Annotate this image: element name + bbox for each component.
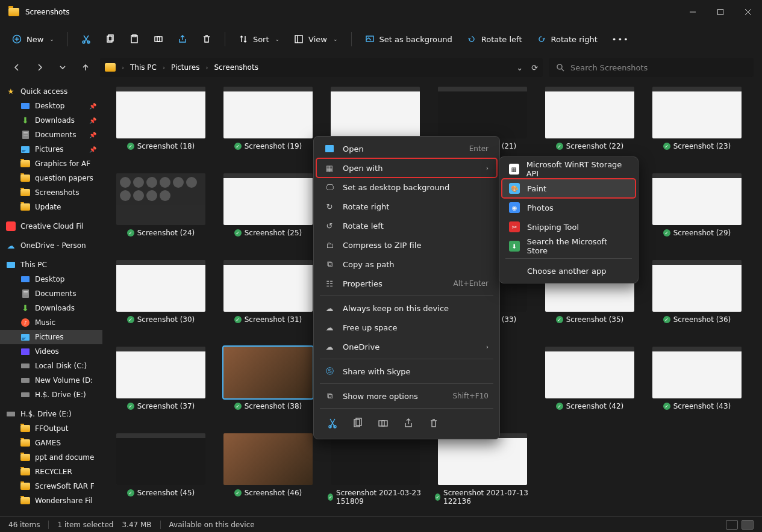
sidebar-item[interactable]: ScrewSoft RAR F (0, 479, 102, 493)
copy-button[interactable] (99, 29, 121, 49)
sidebar-item[interactable]: RECYCLER (0, 465, 102, 479)
ctx-cut-button[interactable] (327, 418, 338, 430)
file-item[interactable]: ✓Screenshot (23) (649, 87, 745, 150)
sub-snip[interactable]: ✂Snipping Tool (502, 217, 636, 237)
breadcrumb-item[interactable]: Pictures (171, 63, 200, 72)
view-button[interactable]: View⌄ (288, 29, 343, 49)
file-item[interactable]: ✓Screenshot (31) (220, 260, 316, 324)
sort-button[interactable]: Sort⌄ (233, 29, 286, 49)
up-button[interactable] (77, 59, 94, 76)
file-item[interactable]: ✓Screenshot (45) (113, 433, 208, 506)
drive-header-item[interactable]: H.$. Drive (E:) (0, 407, 102, 421)
paste-button[interactable] (123, 29, 145, 49)
sub-store-label: Search the Microsoft Store (527, 237, 628, 255)
sidebar-item[interactable]: FFOutput (0, 421, 102, 436)
creative-cloud-item[interactable]: Creative Cloud Fil (0, 219, 102, 234)
ctx-set-desktop[interactable]: 🖵Set as desktop background (316, 178, 497, 197)
sidebar-item[interactable]: GAMES (0, 436, 102, 450)
search-input[interactable]: Search Screenshots (549, 58, 754, 77)
ctx-onedrive[interactable]: ☁OneDrive› (316, 337, 497, 356)
file-item[interactable]: ✓Screenshot 2021-03-23 151809 (328, 433, 423, 506)
sub-winrt[interactable]: ▦Microsoft WinRT Storage API (502, 159, 636, 179)
rotate-right-button[interactable]: Rotate right (531, 29, 604, 49)
file-item[interactable]: ✓Screenshot (24) (113, 173, 208, 237)
sidebar-item[interactable]: Desktop (0, 272, 102, 286)
more-button[interactable]: ••• (606, 29, 636, 49)
set-background-button[interactable]: Set as background (359, 29, 458, 49)
refresh-icon[interactable]: ⟳ (531, 63, 538, 72)
file-item[interactable]: ✓Screenshot (18) (113, 87, 208, 150)
rotate-left-button[interactable]: Rotate left (461, 29, 528, 49)
ctx-rename-button[interactable] (378, 418, 389, 430)
close-button[interactable] (734, 0, 762, 24)
recent-button[interactable] (54, 59, 71, 76)
sidebar-item[interactable]: Screenshots (0, 185, 102, 200)
file-item[interactable]: ✓Screenshot (43) (649, 347, 745, 410)
new-button[interactable]: New⌄ (6, 29, 60, 49)
ctx-more[interactable]: ⧉Show more optionsShift+F10 (316, 386, 497, 406)
file-item[interactable]: ✓Screenshot (25) (220, 173, 316, 237)
ctx-skype[interactable]: ⓈShare with Skype (316, 362, 497, 381)
onedrive-item[interactable]: ☁OneDrive - Person (0, 238, 102, 253)
ctx-free-up[interactable]: ☁Free up space (316, 318, 497, 337)
sidebar-item[interactable]: Graphics for AF (0, 156, 102, 171)
ctx-rotate-right[interactable]: ↻Rotate right (316, 197, 497, 216)
file-item[interactable]: ✓Screenshot (30) (113, 260, 208, 324)
sidebar-item[interactable]: Videos (0, 344, 102, 359)
ctx-always-keep[interactable]: ☁Always keep on this device (316, 298, 497, 318)
breadcrumb-item[interactable]: This PC (130, 63, 157, 72)
file-item[interactable]: ✓Screenshot (46) (220, 433, 316, 506)
sidebar-item[interactable]: question papers (0, 171, 102, 185)
sidebar-item[interactable]: Desktop📌 (0, 99, 102, 113)
sidebar-item[interactable]: ⬇Downloads (0, 301, 102, 315)
sidebar-item[interactable]: ⬇Downloads📌 (0, 113, 102, 128)
quick-access-header[interactable]: ★Quick access (0, 84, 102, 99)
breadcrumb-item[interactable]: Screenshots (214, 63, 258, 72)
chevron-down-icon[interactable]: ⌄ (516, 63, 523, 72)
delete-button[interactable] (196, 29, 217, 49)
file-item[interactable]: ✓Screenshot (37) (113, 347, 208, 410)
details-view-button[interactable] (726, 520, 738, 530)
ctx-compress[interactable]: 🗀Compress to ZIP file (316, 235, 497, 255)
address-bar[interactable]: › This PC › Pictures › Screenshots ⌄ ⟳ (100, 58, 543, 77)
sub-choose[interactable]: Choose another app (502, 261, 636, 280)
ctx-delete-button[interactable] (428, 418, 439, 430)
ctx-open-with[interactable]: ▦Open with› (316, 158, 497, 178)
thumbnail-view-button[interactable] (742, 520, 754, 530)
file-item[interactable]: ✓Screenshot 2021-07-13 122136 (435, 433, 530, 506)
rename-button[interactable] (148, 29, 169, 49)
sub-paint[interactable]: 🎨Paint (502, 179, 636, 198)
sidebar-item[interactable]: New Volume (D: (0, 373, 102, 388)
file-item[interactable]: ✓Screenshot (29) (649, 173, 745, 237)
ctx-rotate-left[interactable]: ↺Rotate left (316, 216, 497, 235)
share-button[interactable] (172, 29, 193, 49)
file-item[interactable]: ✓Screenshot (38) (220, 347, 316, 410)
sidebar-item[interactable]: Update (0, 200, 102, 214)
sidebar-item[interactable]: Wondershare Fil (0, 493, 102, 508)
ctx-copy-button[interactable] (352, 418, 363, 430)
sidebar-item[interactable]: Documents (0, 286, 102, 301)
ctx-share-button[interactable] (403, 418, 414, 430)
file-item[interactable]: ✓Screenshot (36) (649, 260, 745, 324)
cut-button[interactable] (75, 29, 97, 49)
forward-button[interactable] (31, 59, 48, 76)
sidebar-item[interactable]: Local Disk (C:) (0, 359, 102, 373)
file-item[interactable]: ✓Screenshot (19) (220, 87, 316, 150)
file-item[interactable]: ✓Screenshot (22) (542, 87, 637, 150)
maximize-button[interactable] (707, 0, 734, 24)
sidebar-item[interactable]: Documents📌 (0, 128, 102, 142)
sidebar-item[interactable]: ppt and docume (0, 450, 102, 465)
minimize-button[interactable] (679, 0, 707, 24)
sidebar-item[interactable]: Pictures (0, 330, 102, 344)
sub-photos[interactable]: ◉Photos (502, 198, 636, 217)
ctx-open[interactable]: OpenEnter (316, 139, 497, 158)
sidebar-item[interactable]: H.$. Drive (E:) (0, 388, 102, 402)
ctx-properties[interactable]: ☷PropertiesAlt+Enter (316, 274, 497, 293)
sidebar-item[interactable]: ♪Music (0, 315, 102, 330)
file-item[interactable]: ✓Screenshot (42) (542, 347, 637, 410)
this-pc-item[interactable]: This PC (0, 258, 102, 272)
sub-store[interactable]: ⬇Search the Microsoft Store (502, 237, 636, 256)
sidebar-item[interactable]: Pictures📌 (0, 142, 102, 156)
ctx-copy-path[interactable]: ⧉Copy as path (316, 255, 497, 274)
back-button[interactable] (8, 59, 25, 76)
